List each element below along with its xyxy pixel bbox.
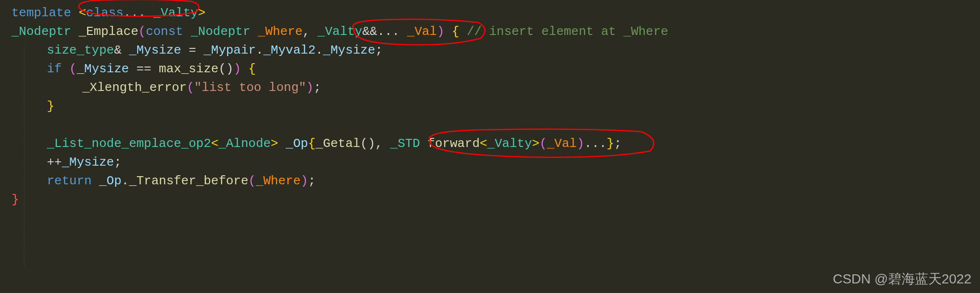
nodeptr-type: _Nodeptr (11, 24, 78, 39)
code-line-5: _Xlength_error("list too long"); (0, 79, 980, 97)
mysize-var-3: _Mysize (62, 155, 114, 169)
valty-type-2: _Valty (318, 24, 363, 39)
nodeptr-type-2: _Nodeptr (191, 24, 251, 39)
code-line-3: size_type& _Mysize = _Mypair._Myval2._My… (0, 41, 980, 60)
maxsize-func: max_size (159, 62, 219, 76)
mysize-var: _Mysize (129, 43, 181, 57)
increment-op: ++ (47, 155, 62, 169)
code-line-7 (0, 116, 980, 135)
valty-type-3: _Valty (487, 136, 532, 151)
val-param: _Val (407, 24, 437, 39)
mysize-var-2: _Mysize (77, 62, 129, 76)
angle-close: > (198, 6, 206, 20)
class-keyword: class (86, 6, 123, 20)
op-var-2: _Op (99, 174, 121, 188)
const-keyword: const (146, 24, 183, 39)
code-line-11: } (0, 191, 980, 209)
return-keyword: return (47, 174, 92, 188)
watermark: CSDN @碧海蓝天2022 (833, 269, 971, 289)
code-line-6: } (0, 97, 980, 116)
comment: // insert element at _Where (459, 24, 668, 39)
if-keyword: if (47, 62, 62, 76)
paren-close: ) (437, 24, 444, 39)
brace-open: { (452, 24, 460, 39)
paren-open: ( (138, 24, 146, 39)
string-literal: "list too long" (194, 80, 306, 95)
indent-guide (24, 45, 24, 267)
getal-func: _Getal (316, 136, 361, 151)
forward-func: forward (428, 136, 480, 151)
alnode-type: _Alnode (219, 136, 271, 151)
code-line-4: if (_Mysize == max_size()) { (0, 60, 980, 79)
ellipsis: ... (123, 6, 146, 20)
where-param-2: _Where (256, 174, 301, 188)
rvalue-ref: && (362, 24, 377, 39)
code-line-8: _List_node_emplace_op2<_Alnode> _Op{_Get… (0, 135, 980, 153)
code-line-1: template <class... _Valty> (0, 4, 980, 23)
code-line-10: return _Op._Transfer_before(_Where); (0, 172, 980, 191)
code-line-2: _Nodeptr _Emplace(const _Nodeptr _Where,… (0, 23, 980, 41)
where-param: _Where (258, 24, 303, 39)
code-line-9: ++_Mysize; (0, 153, 980, 172)
mysize2-var: _Mysize (323, 43, 375, 57)
angle-open: < (71, 6, 86, 20)
valty-type: _Valty (146, 6, 198, 20)
std-macro: _STD (390, 136, 420, 151)
mypair-var: _Mypair (204, 43, 256, 57)
listnode-type: _List_node_emplace_op2 (47, 136, 211, 151)
op-var: _Op (286, 136, 308, 151)
xlength-func: _Xlength_error (82, 80, 187, 95)
myval2-var: _Myval2 (264, 43, 316, 57)
template-keyword: template (11, 6, 71, 20)
val-param-2: _Val (547, 136, 577, 151)
size-type: size_type (47, 43, 114, 57)
emplace-func: _Emplace (78, 24, 138, 39)
transfer-func: _Transfer_before (129, 174, 249, 188)
